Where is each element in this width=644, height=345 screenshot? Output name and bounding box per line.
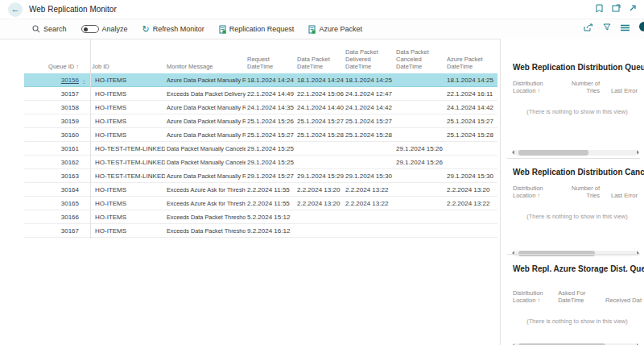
queue-id-link[interactable]: 30164 [61,186,79,193]
queue-id-link[interactable]: 30159 [61,118,79,125]
replication-request-button[interactable]: Replication Request [219,25,295,34]
table-row[interactable]: 30165HO-ITEMSExceeds Azure Ask for Thres… [24,197,497,210]
table-row[interactable]: 30166HO-ITEMSExceeds Data Packet Thresho… [24,210,497,224]
azure-packet-label: Azure Packet [319,25,362,33]
azure-packet-button[interactable]: Azure Packet [308,25,362,34]
column-header-received-datetime[interactable]: Received Dat [605,297,642,304]
pane-toggle-icon[interactable] [639,22,644,31]
scrollbar-track[interactable] [515,251,636,256]
filter-icon[interactable] [603,23,611,31]
queue-id-link[interactable]: 30166 [61,214,79,221]
table-cell: 2.2.2024 13:20 [445,186,497,193]
monitor-table: Queue ID ↑Job IDMonitor MessageRequest D… [24,39,497,238]
table-cell: 2.2.2024 13:22 [344,200,394,207]
horizontal-scrollbar[interactable] [510,250,642,256]
column-header-distribution-location[interactable]: Distribution Location ↑ [513,80,563,95]
column-header-number-of-tries[interactable]: Number of Tries [563,185,600,200]
table-cell: 24.1.2024 14:35 [246,104,295,111]
column-header[interactable]: Data Packet Canceled DateTime [394,48,445,70]
column-header-last-error[interactable]: Last Error [611,87,638,94]
table-cell: HO-TEST-ITEM-LINKED [90,159,165,166]
table-cell: 25.1.2024 15:27 [295,118,344,125]
table-cell: HO-TEST-ITEM-LINKED [90,172,165,180]
table-row[interactable]: 30157HO-ITEMSExceeds Data Packet Deliver… [24,87,497,101]
replication-request-icon [219,25,226,34]
column-header-last-error[interactable]: Last Error [611,192,638,199]
table-cell: Azure Data Packet Manually Re... [165,118,246,125]
popout-window-icon[interactable] [612,4,621,13]
scrollbar-track[interactable] [515,150,636,156]
table-header-row: Queue ID ↑Job IDMonitor MessageRequest D… [24,39,497,73]
scrollbar-thumb[interactable] [518,150,588,156]
analyze-toggle-group[interactable]: Analyze [81,25,128,33]
factbox-title[interactable]: Web Replication Distribution Cancel ... [513,168,642,177]
search-button[interactable]: Search [32,25,67,33]
empty-view-text: (There is nothing to show in this view) [513,108,642,115]
list-options-icon[interactable] [621,24,630,31]
factbox-distribution-queue: Web Replication Distribution Queue ... D… [513,63,642,156]
bookmark-icon[interactable] [596,4,603,13]
table-cell: HO-ITEMS [90,131,165,139]
column-header-number-of-tries[interactable]: Number of Tries [563,80,600,95]
scroll-right-icon[interactable] [637,251,642,256]
column-header[interactable]: Queue ID ↑ [24,63,90,70]
queue-id-link[interactable]: 30163 [61,172,79,180]
column-header-distribution-location[interactable]: Distribution Location ↑ [513,289,558,305]
table-cell: 9.2.2024 16:12 [246,227,295,235]
queue-id-link[interactable]: 30167 [61,227,79,235]
table-row[interactable]: 30159HO-ITEMSAzure Data Packet Manually … [24,114,497,128]
table-cell: 29.1.2024 15:26 [394,159,445,166]
azure-packet-icon [308,25,316,34]
column-header[interactable]: Monitor Message [165,63,246,70]
table-cell: 30162 [24,159,90,166]
table-row[interactable]: 30162HO-TEST-ITEM-LINKEDData Packet Manu… [24,156,497,169]
horizontal-scrollbar[interactable] [510,149,642,156]
scroll-left-icon[interactable] [510,150,514,155]
back-button[interactable]: ← [8,2,23,17]
column-header-asked-for-datetime[interactable]: Asked For DateTime [558,289,599,305]
table-cell: Exceeds Data Packet Threshold [165,214,246,221]
column-header-distribution-location[interactable]: Distribution Location ↑ [513,185,563,200]
table-cell: 24.1.2024 12:47 [344,90,394,98]
row-kebab-icon[interactable]: ⋮ [80,77,87,84]
scrollbar-thumb[interactable] [518,251,595,256]
table-cell: Azure Data Packet Manually Re... [165,172,246,180]
queue-id-link[interactable]: 30160 [61,131,79,139]
factbox-title[interactable]: Web Repl. Azure Storage Dist. Queu... [513,264,642,273]
column-header[interactable]: Request DateTime [246,56,295,70]
table-row[interactable]: 30156⋮HO-ITEMSAzure Data Packet Manually… [24,73,497,87]
table-cell: HO-ITEMS [90,227,165,235]
queue-id-link[interactable]: 30161 [61,145,79,152]
queue-id-link[interactable]: 30162 [61,159,79,166]
factbox-divider [507,158,640,159]
table-row[interactable]: 30158HO-ITEMSAzure Data Packet Manually … [24,101,497,114]
analyze-toggle[interactable] [81,25,99,33]
share-icon[interactable] [584,23,593,31]
table-cell: 30157 [24,90,90,98]
table-cell: Exceeds Azure Ask for Threshold [165,186,246,193]
column-header[interactable]: Data Packet DateTime [295,56,344,70]
queue-id-link[interactable]: 30158 [61,104,79,111]
scroll-left-icon[interactable] [510,251,514,256]
table-cell: 29.1.2024 15:30 [445,172,497,180]
table-row[interactable]: 30164HO-ITEMSExceeds Azure Ask for Thres… [24,183,497,197]
table-cell: 24.1.2024 14:42 [445,104,497,111]
more-icon[interactable] [630,4,636,13]
column-header[interactable]: Azure Packet DateTime [445,56,497,70]
queue-id-link[interactable]: 30165 [61,200,79,207]
table-cell: 30166 [24,214,90,221]
queue-id-link[interactable]: 30157 [61,90,79,98]
table-row[interactable]: 30163HO-TEST-ITEM-LINKEDAzure Data Packe… [24,169,497,183]
column-header[interactable]: Job ID [90,63,165,70]
queue-id-link[interactable]: 30156 [61,77,79,84]
column-header[interactable]: Data Packet Delivered DateTime [344,48,394,70]
table-cell: HO-ITEMS [90,118,165,125]
table-row[interactable]: 30167HO-ITEMSExceeds Data Packet Thresho… [24,224,497,238]
table-row[interactable]: 30160HO-ITEMSAzure Data Packet Manually … [24,128,497,142]
refresh-monitor-button[interactable]: ↻ Refresh Monitor [142,25,204,33]
table-cell: 2.2.2024 11:55 [246,186,295,193]
table-row[interactable]: 30161HO-TEST-ITEM-LINKEDData Packet Manu… [24,142,497,156]
scroll-right-icon[interactable] [637,150,642,155]
table-cell: 29.1.2024 15:26 [394,145,445,152]
factbox-title[interactable]: Web Replication Distribution Queue ... [513,63,642,72]
